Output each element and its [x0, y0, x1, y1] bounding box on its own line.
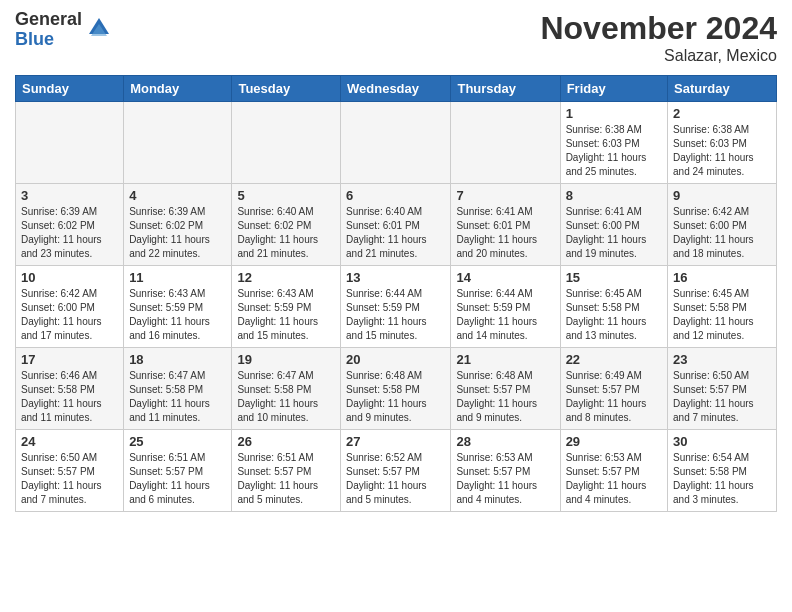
- day-number: 20: [346, 352, 445, 367]
- day-number: 1: [566, 106, 662, 121]
- calendar-header-sunday: Sunday: [16, 76, 124, 102]
- calendar-cell: 22Sunrise: 6:49 AM Sunset: 5:57 PM Dayli…: [560, 348, 667, 430]
- calendar-cell: [341, 102, 451, 184]
- calendar-header-row: SundayMondayTuesdayWednesdayThursdayFrid…: [16, 76, 777, 102]
- day-number: 4: [129, 188, 226, 203]
- day-number: 28: [456, 434, 554, 449]
- calendar-cell: 30Sunrise: 6:54 AM Sunset: 5:58 PM Dayli…: [668, 430, 777, 512]
- calendar-week-row: 10Sunrise: 6:42 AM Sunset: 6:00 PM Dayli…: [16, 266, 777, 348]
- day-number: 30: [673, 434, 771, 449]
- day-info: Sunrise: 6:52 AM Sunset: 5:57 PM Dayligh…: [346, 451, 445, 507]
- day-number: 17: [21, 352, 118, 367]
- day-number: 15: [566, 270, 662, 285]
- day-info: Sunrise: 6:47 AM Sunset: 5:58 PM Dayligh…: [129, 369, 226, 425]
- day-info: Sunrise: 6:38 AM Sunset: 6:03 PM Dayligh…: [566, 123, 662, 179]
- day-info: Sunrise: 6:51 AM Sunset: 5:57 PM Dayligh…: [237, 451, 335, 507]
- day-number: 5: [237, 188, 335, 203]
- title-block: November 2024 Salazar, Mexico: [540, 10, 777, 65]
- calendar-cell: 11Sunrise: 6:43 AM Sunset: 5:59 PM Dayli…: [124, 266, 232, 348]
- location: Salazar, Mexico: [540, 47, 777, 65]
- logo-blue: Blue: [15, 30, 82, 50]
- calendar-cell: 4Sunrise: 6:39 AM Sunset: 6:02 PM Daylig…: [124, 184, 232, 266]
- day-info: Sunrise: 6:54 AM Sunset: 5:58 PM Dayligh…: [673, 451, 771, 507]
- calendar-cell: 8Sunrise: 6:41 AM Sunset: 6:00 PM Daylig…: [560, 184, 667, 266]
- day-info: Sunrise: 6:47 AM Sunset: 5:58 PM Dayligh…: [237, 369, 335, 425]
- day-info: Sunrise: 6:53 AM Sunset: 5:57 PM Dayligh…: [456, 451, 554, 507]
- calendar-cell: 3Sunrise: 6:39 AM Sunset: 6:02 PM Daylig…: [16, 184, 124, 266]
- day-info: Sunrise: 6:41 AM Sunset: 6:01 PM Dayligh…: [456, 205, 554, 261]
- day-info: Sunrise: 6:46 AM Sunset: 5:58 PM Dayligh…: [21, 369, 118, 425]
- calendar-header-friday: Friday: [560, 76, 667, 102]
- day-info: Sunrise: 6:39 AM Sunset: 6:02 PM Dayligh…: [129, 205, 226, 261]
- day-number: 25: [129, 434, 226, 449]
- calendar-cell: 15Sunrise: 6:45 AM Sunset: 5:58 PM Dayli…: [560, 266, 667, 348]
- day-info: Sunrise: 6:48 AM Sunset: 5:58 PM Dayligh…: [346, 369, 445, 425]
- day-number: 21: [456, 352, 554, 367]
- day-info: Sunrise: 6:40 AM Sunset: 6:01 PM Dayligh…: [346, 205, 445, 261]
- calendar-cell: 1Sunrise: 6:38 AM Sunset: 6:03 PM Daylig…: [560, 102, 667, 184]
- day-info: Sunrise: 6:43 AM Sunset: 5:59 PM Dayligh…: [129, 287, 226, 343]
- calendar-cell: 25Sunrise: 6:51 AM Sunset: 5:57 PM Dayli…: [124, 430, 232, 512]
- calendar-cell: [124, 102, 232, 184]
- day-info: Sunrise: 6:45 AM Sunset: 5:58 PM Dayligh…: [673, 287, 771, 343]
- logo-text: General Blue: [15, 10, 82, 50]
- day-info: Sunrise: 6:38 AM Sunset: 6:03 PM Dayligh…: [673, 123, 771, 179]
- calendar-cell: 13Sunrise: 6:44 AM Sunset: 5:59 PM Dayli…: [341, 266, 451, 348]
- day-number: 27: [346, 434, 445, 449]
- day-number: 3: [21, 188, 118, 203]
- day-number: 10: [21, 270, 118, 285]
- header: General Blue November 2024 Salazar, Mexi…: [15, 10, 777, 65]
- calendar-cell: 14Sunrise: 6:44 AM Sunset: 5:59 PM Dayli…: [451, 266, 560, 348]
- calendar-cell: 21Sunrise: 6:48 AM Sunset: 5:57 PM Dayli…: [451, 348, 560, 430]
- day-number: 6: [346, 188, 445, 203]
- calendar-header-thursday: Thursday: [451, 76, 560, 102]
- calendar-cell: 24Sunrise: 6:50 AM Sunset: 5:57 PM Dayli…: [16, 430, 124, 512]
- day-number: 8: [566, 188, 662, 203]
- calendar-cell: 6Sunrise: 6:40 AM Sunset: 6:01 PM Daylig…: [341, 184, 451, 266]
- month-title: November 2024: [540, 10, 777, 47]
- day-number: 14: [456, 270, 554, 285]
- calendar-week-row: 1Sunrise: 6:38 AM Sunset: 6:03 PM Daylig…: [16, 102, 777, 184]
- logo: General Blue: [15, 10, 113, 50]
- calendar-header-saturday: Saturday: [668, 76, 777, 102]
- day-number: 29: [566, 434, 662, 449]
- day-number: 22: [566, 352, 662, 367]
- calendar-cell: 19Sunrise: 6:47 AM Sunset: 5:58 PM Dayli…: [232, 348, 341, 430]
- day-info: Sunrise: 6:50 AM Sunset: 5:57 PM Dayligh…: [21, 451, 118, 507]
- calendar-cell: 5Sunrise: 6:40 AM Sunset: 6:02 PM Daylig…: [232, 184, 341, 266]
- day-info: Sunrise: 6:53 AM Sunset: 5:57 PM Dayligh…: [566, 451, 662, 507]
- calendar-cell: 26Sunrise: 6:51 AM Sunset: 5:57 PM Dayli…: [232, 430, 341, 512]
- day-info: Sunrise: 6:49 AM Sunset: 5:57 PM Dayligh…: [566, 369, 662, 425]
- day-number: 7: [456, 188, 554, 203]
- day-number: 26: [237, 434, 335, 449]
- day-number: 9: [673, 188, 771, 203]
- day-info: Sunrise: 6:51 AM Sunset: 5:57 PM Dayligh…: [129, 451, 226, 507]
- calendar-week-row: 24Sunrise: 6:50 AM Sunset: 5:57 PM Dayli…: [16, 430, 777, 512]
- day-number: 19: [237, 352, 335, 367]
- calendar-week-row: 3Sunrise: 6:39 AM Sunset: 6:02 PM Daylig…: [16, 184, 777, 266]
- calendar-cell: [451, 102, 560, 184]
- calendar-table: SundayMondayTuesdayWednesdayThursdayFrid…: [15, 75, 777, 512]
- day-info: Sunrise: 6:42 AM Sunset: 6:00 PM Dayligh…: [21, 287, 118, 343]
- calendar-cell: 29Sunrise: 6:53 AM Sunset: 5:57 PM Dayli…: [560, 430, 667, 512]
- calendar-cell: 23Sunrise: 6:50 AM Sunset: 5:57 PM Dayli…: [668, 348, 777, 430]
- day-number: 12: [237, 270, 335, 285]
- day-info: Sunrise: 6:50 AM Sunset: 5:57 PM Dayligh…: [673, 369, 771, 425]
- day-number: 11: [129, 270, 226, 285]
- calendar-cell: 20Sunrise: 6:48 AM Sunset: 5:58 PM Dayli…: [341, 348, 451, 430]
- calendar-cell: 27Sunrise: 6:52 AM Sunset: 5:57 PM Dayli…: [341, 430, 451, 512]
- calendar-cell: 10Sunrise: 6:42 AM Sunset: 6:00 PM Dayli…: [16, 266, 124, 348]
- calendar-cell: 12Sunrise: 6:43 AM Sunset: 5:59 PM Dayli…: [232, 266, 341, 348]
- calendar-header-monday: Monday: [124, 76, 232, 102]
- day-info: Sunrise: 6:48 AM Sunset: 5:57 PM Dayligh…: [456, 369, 554, 425]
- day-info: Sunrise: 6:43 AM Sunset: 5:59 PM Dayligh…: [237, 287, 335, 343]
- day-number: 2: [673, 106, 771, 121]
- day-number: 23: [673, 352, 771, 367]
- day-number: 24: [21, 434, 118, 449]
- calendar-header-wednesday: Wednesday: [341, 76, 451, 102]
- day-info: Sunrise: 6:44 AM Sunset: 5:59 PM Dayligh…: [346, 287, 445, 343]
- calendar-cell: 18Sunrise: 6:47 AM Sunset: 5:58 PM Dayli…: [124, 348, 232, 430]
- calendar-cell: 7Sunrise: 6:41 AM Sunset: 6:01 PM Daylig…: [451, 184, 560, 266]
- calendar-cell: 9Sunrise: 6:42 AM Sunset: 6:00 PM Daylig…: [668, 184, 777, 266]
- logo-general: General: [15, 10, 82, 30]
